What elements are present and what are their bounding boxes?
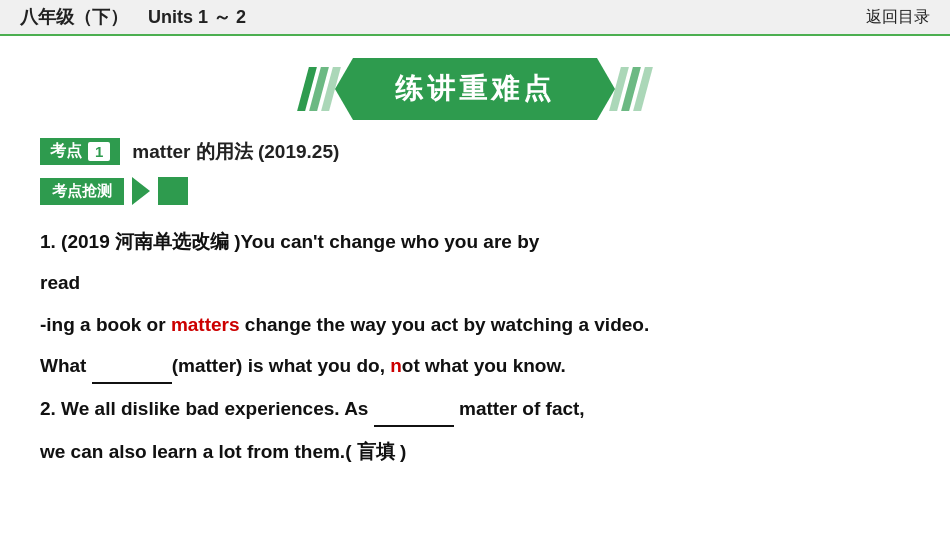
kaodian-label: 考点 — [50, 141, 82, 162]
kaodian-title: matter 的用法 (2019.25) — [132, 139, 339, 165]
question-1-line1: 1. (2019 河南单选改编 )You can't change who yo… — [40, 225, 910, 258]
blank-a — [374, 392, 454, 427]
back-button[interactable]: 返回目录 — [866, 7, 930, 28]
title-wrapper: 练讲重难点 — [0, 58, 950, 120]
qiangce-row: 考点抢测 — [40, 177, 910, 205]
header: 八年级（下） Units 1 ～ 2 返回目录 — [0, 0, 950, 36]
header-left: 八年级（下） Units 1 ～ 2 — [20, 5, 246, 29]
kaodian-row: 考点 1 matter 的用法 (2019.25) — [40, 138, 910, 165]
qiangce-arrow — [132, 177, 150, 205]
question-1-line4: What (matter) is what you do, not what y… — [40, 349, 910, 384]
title-banner: 练讲重难点 — [335, 58, 615, 120]
question-2-line1: 2. We all dislike bad experiences. As ma… — [40, 392, 910, 427]
unit-label: Units 1 ～ 2 — [148, 5, 246, 29]
kaodian-number: 1 — [88, 142, 110, 161]
content-area: 1. (2019 河南单选改编 )You can't change who yo… — [0, 225, 950, 469]
qiangce-bar — [158, 177, 188, 205]
arrow-left — [303, 67, 335, 111]
question-1-line2: read — [40, 266, 910, 299]
arrow-right — [615, 67, 647, 111]
answer-n: n — [390, 355, 402, 376]
qiangce-badge: 考点抢测 — [40, 178, 124, 205]
answer-matters: matters — [171, 314, 240, 335]
question-1-line3: -ing a book or matters change the way yo… — [40, 308, 910, 341]
kaodian-badge: 考点 1 — [40, 138, 120, 165]
question-2-line2: we can also learn a lot from them.( 盲填 ) — [40, 435, 910, 468]
grade-label: 八年级（下） — [20, 5, 128, 29]
title-text: 练讲重难点 — [395, 73, 555, 104]
blank-matter — [92, 349, 172, 384]
